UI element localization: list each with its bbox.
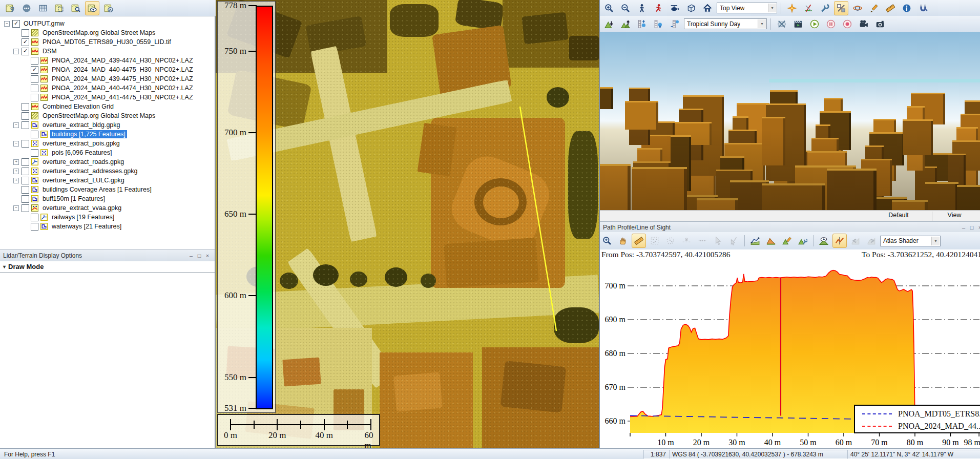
terrain-settings-icon[interactable] xyxy=(796,234,810,248)
layer-tree-row[interactable]: +overture_extract_addresses.gpkg xyxy=(0,166,215,176)
tab-view[interactable]: View xyxy=(934,212,975,219)
environment-select[interactable]: Tropical Sunny Day▾ xyxy=(684,18,767,29)
draw-mode-section-header[interactable]: ▾ Draw Mode xyxy=(0,261,215,273)
profile-chart[interactable]: 700 m690 m680 m670 m660 m10 m20 m30 m40 … xyxy=(600,261,980,448)
attribute-table-icon[interactable] xyxy=(36,1,50,15)
minimize-icon[interactable]: – xyxy=(187,253,195,259)
collapse-icon[interactable]: − xyxy=(13,205,19,211)
layer-checkbox[interactable]: ✓ xyxy=(22,38,29,46)
expand-icon[interactable]: + xyxy=(13,169,19,174)
center-view-icon[interactable] xyxy=(785,1,799,15)
pick-vertex-icon[interactable] xyxy=(727,234,741,248)
layer-tree-row[interactable]: −✓DSM xyxy=(0,47,215,56)
layer-label[interactable]: PNOA_2024_MAD_441-4475_H30_NPC02+.LAZ xyxy=(50,93,195,101)
collapse-icon[interactable]: − xyxy=(4,21,10,27)
water-level-icon[interactable] xyxy=(668,17,682,31)
viewer3d-scene[interactable] xyxy=(600,32,980,210)
free-look-icon[interactable] xyxy=(684,1,698,15)
movie-setup-icon[interactable] xyxy=(791,17,805,31)
select-points-poly-icon[interactable] xyxy=(663,234,678,248)
layer-label[interactable]: OUTPUT.gmw xyxy=(22,19,66,28)
layer-label[interactable]: PNOA_2024_MAD_439-4475_H30_NPC02+.LAZ xyxy=(50,75,195,83)
layer-tree-row[interactable]: OpenStreetMap.org Global Street Maps xyxy=(0,111,215,120)
layer-checkbox[interactable] xyxy=(31,149,38,157)
layer-tree-row[interactable]: ✓PNOA_2024_MAD_440-4475_H30_NPC02+.LAZ xyxy=(0,65,215,74)
layer-tree-row[interactable]: buildings Coverage Areas [1 Features] xyxy=(0,185,215,194)
layer-label[interactable]: overture_extract_LULC.gpkg xyxy=(41,176,126,184)
profile-pan-icon[interactable] xyxy=(616,234,630,248)
show-axes-icon[interactable] xyxy=(801,1,816,15)
screenshot-icon[interactable] xyxy=(873,17,887,31)
lower-water-icon[interactable] xyxy=(651,17,665,31)
collapse-icon[interactable]: − xyxy=(13,49,19,54)
raise-water-icon[interactable] xyxy=(635,17,649,31)
layer-label[interactable]: PNOA_2024_MAD_439-4474_H30_NPC02+.LAZ xyxy=(50,56,195,65)
layer-tree-row[interactable]: waterways [21 Features] xyxy=(0,222,215,231)
collapse-icon[interactable]: − xyxy=(13,141,19,147)
pick-feature-icon[interactable] xyxy=(711,234,725,248)
path-profile-toggle-icon[interactable] xyxy=(834,1,848,15)
layer-checkbox[interactable] xyxy=(22,140,29,148)
feature-info-icon[interactable] xyxy=(900,1,914,15)
digitizer-icon[interactable] xyxy=(867,1,881,15)
layer-tree-row[interactable]: +overture_extract_roads.gpkg xyxy=(0,157,215,166)
layer-checkbox[interactable] xyxy=(31,214,38,221)
close-icon[interactable]: × xyxy=(203,253,212,259)
restore-icon[interactable]: □ xyxy=(195,253,203,259)
prev-profile-icon[interactable] xyxy=(848,234,863,248)
record-icon[interactable] xyxy=(840,17,854,31)
layer-checkbox[interactable] xyxy=(22,168,29,175)
layer-tree-row[interactable]: −overture_extract_bldg.gpkg xyxy=(0,120,215,130)
layer-tree-row[interactable]: buildings [1,725 Features] xyxy=(0,130,215,139)
layer-checkbox[interactable] xyxy=(22,177,29,184)
layer-checkbox[interactable] xyxy=(31,223,38,231)
layer-label[interactable]: OpenStreetMap.org Global Street Maps xyxy=(41,112,157,120)
layer-label[interactable]: overture_extract_vvaa.gpkg xyxy=(41,204,123,212)
layer-tree-row[interactable]: +overture_extract_LULC.gpkg xyxy=(0,176,215,185)
play-icon[interactable] xyxy=(807,17,822,31)
draw-terrain-icon[interactable] xyxy=(780,234,794,248)
layer-checkbox[interactable] xyxy=(31,131,38,138)
layer-checkbox[interactable] xyxy=(22,186,29,194)
zoom-out-icon[interactable] xyxy=(618,1,633,15)
layer-tree-row[interactable]: −overture_extract_vvaa.gpkg xyxy=(0,203,215,213)
raise-terrain-icon[interactable] xyxy=(618,17,633,31)
layer-tree[interactable]: −✓OUTPUT.gmwOpenStreetMap.org Global Str… xyxy=(0,16,216,249)
layer-label[interactable]: pois [6,096 Features] xyxy=(50,149,113,157)
layer-tree-row[interactable]: pois [6,096 Features] xyxy=(0,148,215,157)
layer-checkbox[interactable] xyxy=(22,204,29,212)
layer-options-icon[interactable] xyxy=(19,1,34,15)
layer-label[interactable]: buildings Coverage Areas [1 Features] xyxy=(41,185,153,194)
layer-label[interactable]: overture_extract_roads.gpkg xyxy=(41,158,126,166)
layer-checkbox[interactable] xyxy=(31,94,38,101)
crop-layer-icon[interactable] xyxy=(52,1,67,15)
collapse-icon[interactable]: − xyxy=(13,122,19,128)
profile-marker-icon[interactable] xyxy=(832,234,847,248)
layer-checkbox[interactable] xyxy=(22,112,29,120)
profile-panel-titlebar[interactable]: Path Profile/Line of Sight – □ × xyxy=(600,221,980,233)
layer-checkbox[interactable] xyxy=(22,121,29,129)
helicopter-mode-icon[interactable] xyxy=(668,1,682,15)
layer-label[interactable]: PNOA_2024_MAD_440-4474_H30_NPC02+.LAZ xyxy=(50,84,195,92)
profile-zoom-icon[interactable] xyxy=(600,234,614,248)
open-control-center-icon[interactable] xyxy=(3,1,17,15)
minimize-icon[interactable]: – xyxy=(960,224,968,231)
run-mode-icon[interactable] xyxy=(651,1,665,15)
layer-label[interactable]: waterways [21 Features] xyxy=(50,222,123,231)
layer-checkbox[interactable] xyxy=(31,57,38,65)
measure-icon[interactable] xyxy=(883,1,898,15)
terrain-fill-icon[interactable] xyxy=(764,234,778,248)
orbit-view-icon[interactable] xyxy=(850,1,865,15)
layer-tree-row[interactable]: PNOA_2024_MAD_440-4474_H30_NPC02+.LAZ xyxy=(0,84,215,93)
restore-icon[interactable]: □ xyxy=(968,224,976,231)
layer-checkbox[interactable]: ✓ xyxy=(31,66,38,74)
path-setup-icon[interactable] xyxy=(748,234,762,248)
profile-shader-select[interactable]: Atlas Shader▾ xyxy=(880,236,941,246)
walk-mode-icon[interactable] xyxy=(635,1,649,15)
layer-tree-row[interactable]: PNOA_2024_MAD_439-4474_H30_NPC02+.LAZ xyxy=(0,56,215,65)
next-profile-icon[interactable] xyxy=(864,234,879,248)
expand-icon[interactable]: + xyxy=(13,159,19,165)
layer-checkbox[interactable] xyxy=(22,195,29,203)
layer-tree-row[interactable]: ✓PNOA_MDT05_ETRS89_HU30_0559_LID.tif xyxy=(0,37,215,47)
options-panel-titlebar[interactable]: Lidar/Terrain Display Options – □ × xyxy=(0,249,215,261)
